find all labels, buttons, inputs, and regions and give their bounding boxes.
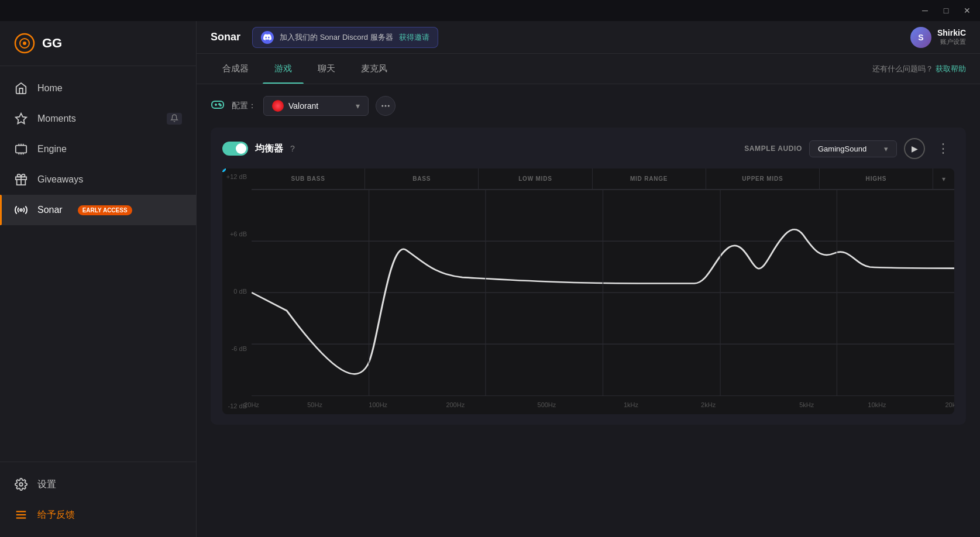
game-name: Valorant bbox=[288, 101, 318, 111]
main-header: Sonar 加入我们的 Sonar Discord 服务器 获得邀请 S Shi… bbox=[197, 21, 980, 54]
sonar-icon bbox=[14, 203, 28, 217]
sidebar: GG Home Moments bbox=[0, 21, 197, 537]
valorant-icon bbox=[272, 100, 284, 112]
home-icon bbox=[14, 81, 28, 95]
discord-text: 加入我们的 Sonar Discord 服务器 bbox=[280, 32, 393, 43]
config-label: 配置： bbox=[232, 101, 256, 111]
tab-mixer[interactable]: 合成器 bbox=[211, 54, 260, 84]
sidebar-item-feedback[interactable]: 给予反馈 bbox=[0, 500, 196, 530]
freq-1khz: 1kHz bbox=[624, 401, 638, 408]
tab-help: 还有什么问题吗？ 获取帮助 bbox=[872, 64, 966, 74]
sidebar-item-moments[interactable]: Moments bbox=[0, 104, 196, 134]
user-sub: 账户设置 bbox=[937, 37, 966, 46]
moments-badge bbox=[167, 113, 182, 125]
early-access-badge: EARLY ACCESS bbox=[78, 205, 132, 215]
equalizer-toggle[interactable] bbox=[222, 142, 248, 156]
help-link[interactable]: 获取帮助 bbox=[936, 64, 966, 73]
svg-point-14 bbox=[19, 483, 23, 486]
svg-point-24 bbox=[388, 105, 390, 106]
moments-icon bbox=[14, 112, 28, 126]
app-body: GG Home Moments bbox=[0, 21, 980, 537]
sidebar-item-label-home: Home bbox=[37, 83, 63, 94]
sidebar-item-label-sonar: Sonar bbox=[37, 205, 63, 215]
freq-5khz: 5kHz bbox=[799, 401, 814, 408]
eq-help-icon[interactable]: ? bbox=[290, 144, 295, 153]
gamepad-icon bbox=[211, 99, 225, 113]
config-bar: 配置： Valorant ▾ bbox=[211, 96, 966, 116]
band-highs: HIGHS bbox=[820, 168, 933, 189]
eq-more-button[interactable]: ⋮ bbox=[932, 139, 954, 159]
svg-point-13 bbox=[20, 209, 22, 211]
sidebar-item-label-engine: Engine bbox=[37, 144, 67, 154]
logo-text: GG bbox=[42, 36, 62, 51]
eq-right-controls: SAMPLE AUDIO GamingSound ▾ ▶ ⋮ bbox=[744, 138, 954, 159]
tab-game[interactable]: 游戏 bbox=[263, 54, 304, 84]
user-avatar: S bbox=[910, 27, 931, 48]
freq-500hz: 500Hz bbox=[538, 401, 556, 408]
svg-point-22 bbox=[220, 105, 221, 106]
minimize-button[interactable]: ─ bbox=[917, 5, 933, 16]
eq-label: 均衡器 bbox=[255, 143, 283, 155]
sample-audio-label: SAMPLE AUDIO bbox=[744, 144, 802, 153]
svg-point-2 bbox=[23, 42, 26, 45]
freq-10khz: 10kHz bbox=[868, 401, 886, 408]
user-info: ShirkiC 账户设置 bbox=[937, 28, 966, 46]
maximize-button[interactable]: □ bbox=[938, 5, 954, 16]
sample-chevron-icon: ▾ bbox=[884, 144, 888, 153]
band-mid-range: MID RANGE bbox=[593, 168, 706, 189]
sidebar-item-engine[interactable]: Engine bbox=[0, 134, 196, 164]
sidebar-nav: Home Moments bbox=[0, 66, 196, 462]
freq-100hz: 100Hz bbox=[369, 401, 387, 408]
sidebar-item-label-settings: 设置 bbox=[37, 479, 56, 491]
sidebar-item-sonar[interactable]: Sonar EARLY ACCESS bbox=[0, 195, 196, 225]
chevron-down-icon: ▾ bbox=[356, 101, 360, 111]
sidebar-item-label-feedback: 给予反馈 bbox=[37, 509, 75, 521]
tabs-bar: 合成器 游戏 聊天 麦克风 还有什么问题吗？ 获取帮助 bbox=[197, 54, 980, 84]
freq-50hz: 50Hz bbox=[307, 401, 322, 408]
bands-expand-icon[interactable]: ▾ bbox=[933, 168, 954, 189]
sidebar-item-settings[interactable]: 设置 bbox=[0, 469, 196, 500]
sample-audio-select[interactable]: GamingSound ▾ bbox=[809, 140, 897, 157]
steelseries-icon bbox=[14, 33, 35, 54]
band-low-mids: LOW MIDS bbox=[479, 168, 592, 189]
sidebar-bottom: 设置 给予反馈 bbox=[0, 462, 196, 537]
band-upper-mids: UPPER MIDS bbox=[706, 168, 820, 189]
close-button[interactable]: ✕ bbox=[959, 5, 975, 16]
discord-banner[interactable]: 加入我们的 Sonar Discord 服务器 获得邀请 bbox=[252, 27, 438, 48]
band-sub-bass: SUB BASS bbox=[252, 168, 365, 189]
tab-mic[interactable]: 麦克风 bbox=[349, 54, 399, 84]
svg-rect-4 bbox=[16, 146, 26, 153]
equalizer-chart: SUB BASS BASS LOW MIDS MID RANGE UPPER M… bbox=[222, 168, 954, 414]
freq-200hz: 200Hz bbox=[446, 401, 465, 408]
more-options-button[interactable] bbox=[376, 96, 396, 116]
svg-point-23 bbox=[385, 105, 386, 106]
svg-marker-3 bbox=[16, 113, 26, 123]
band-bass: BASS bbox=[365, 168, 479, 189]
game-select[interactable]: Valorant ▾ bbox=[263, 96, 369, 116]
svg-point-25 bbox=[382, 105, 383, 106]
play-button[interactable]: ▶ bbox=[904, 138, 925, 159]
svg-rect-18 bbox=[212, 101, 223, 108]
sample-option: GamingSound bbox=[818, 144, 866, 153]
sidebar-item-label-moments: Moments bbox=[37, 113, 76, 124]
discord-link[interactable]: 获得邀请 bbox=[399, 32, 429, 43]
freq-20khz: 20kHz bbox=[945, 401, 954, 408]
tab-chat[interactable]: 聊天 bbox=[306, 54, 347, 84]
titlebar: ─ □ ✕ bbox=[0, 0, 980, 21]
band-labels: SUB BASS BASS LOW MIDS MID RANGE UPPER M… bbox=[252, 168, 954, 190]
freq-2khz: 2kHz bbox=[701, 401, 716, 408]
sidebar-item-home[interactable]: Home bbox=[0, 73, 196, 104]
freq-20hz: 20Hz bbox=[244, 401, 259, 408]
sidebar-item-giveaways[interactable]: Giveaways bbox=[0, 164, 196, 195]
freq-labels: 20Hz 50Hz 100Hz 200Hz 500Hz 1kHz 2kHz 5k… bbox=[252, 395, 954, 414]
sidebar-item-label-giveaways: Giveaways bbox=[37, 174, 83, 185]
eq-curve-svg bbox=[252, 190, 954, 395]
sidebar-logo: GG bbox=[0, 21, 196, 66]
user-profile[interactable]: S ShirkiC 账户设置 bbox=[910, 27, 966, 48]
discord-icon bbox=[261, 31, 274, 44]
content-area: 配置： Valorant ▾ 均衡器 ? bbox=[197, 84, 980, 537]
eq-header: 均衡器 ? SAMPLE AUDIO GamingSound ▾ ▶ ⋮ bbox=[222, 138, 954, 159]
header-title: Sonar bbox=[211, 31, 240, 43]
db-label-12p: +12 dB bbox=[225, 173, 247, 180]
main-content: Sonar 加入我们的 Sonar Discord 服务器 获得邀请 S Shi… bbox=[197, 21, 980, 537]
